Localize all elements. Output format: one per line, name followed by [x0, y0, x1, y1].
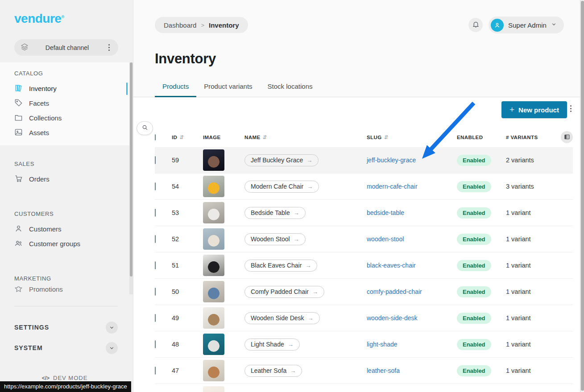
chevron-right-icon: >: [201, 22, 204, 29]
sidebar-item-collections[interactable]: Collections: [0, 111, 129, 125]
chevron-down-icon[interactable]: [106, 342, 118, 354]
product-image[interactable]: [203, 202, 224, 223]
column-header-name[interactable]: NAME⇵: [244, 134, 367, 140]
row-checkbox[interactable]: [155, 288, 156, 296]
page-scrollbar-thumb[interactable]: [581, 1, 584, 391]
row-checkbox[interactable]: [155, 367, 156, 375]
tab-products[interactable]: Products: [155, 83, 196, 97]
plus-icon: +: [509, 105, 514, 115]
cell-id: 52: [172, 235, 203, 243]
product-slug-link[interactable]: leather-sofa: [367, 367, 400, 374]
product-slug-link[interactable]: jeff-buckley-grace: [367, 157, 416, 164]
product-slug-link[interactable]: light-shade: [367, 341, 398, 348]
tab-stock-locations[interactable]: Stock locations: [260, 83, 320, 97]
row-checkbox[interactable]: [155, 314, 156, 322]
product-image[interactable]: [203, 334, 224, 355]
product-image[interactable]: [203, 360, 224, 381]
search-button[interactable]: [137, 121, 153, 135]
sidebar-group-system[interactable]: SYSTEM: [14, 342, 118, 354]
dev-mode-link[interactable]: </> DEV MODE: [0, 375, 129, 381]
nav-section-catalog: CATALOG Inventory Facets Collections Ass…: [0, 62, 129, 145]
product-name-button[interactable]: Leather Sofa→: [244, 365, 302, 377]
select-all-checkbox[interactable]: [155, 134, 156, 140]
sidebar-group-settings[interactable]: SETTINGS: [14, 321, 118, 334]
cell-id: 49: [172, 314, 203, 322]
product-slug-link[interactable]: bedside-table: [367, 209, 404, 216]
cell-variants: 1 variant: [506, 367, 573, 374]
breadcrumb-inventory[interactable]: Inventory: [209, 21, 239, 29]
notifications-button[interactable]: [468, 18, 483, 32]
sidebar-item-promotions[interactable]: Promotions: [0, 286, 129, 292]
column-header-id[interactable]: ID⇵: [172, 134, 203, 140]
product-slug-link[interactable]: black-eaves-chair: [367, 262, 416, 269]
row-checkbox[interactable]: [155, 340, 156, 348]
table-menu-kebab-icon[interactable]: [567, 105, 574, 112]
product-slug-link[interactable]: wooden-side-desk: [367, 314, 418, 322]
row-checkbox[interactable]: [155, 261, 156, 269]
table-header-row: ID⇵ IMAGE NAME⇵ SLUG⇵ ENABLED # VARIANTS: [155, 127, 573, 147]
cell-id: 50: [172, 288, 203, 295]
product-image[interactable]: [203, 149, 224, 171]
breadcrumb: Dashboard > Inventory: [155, 17, 248, 33]
column-header-slug[interactable]: SLUG⇵: [367, 134, 457, 140]
product-name-button[interactable]: Light Shade→: [244, 338, 300, 351]
product-slug-link[interactable]: wooden-stool: [367, 235, 404, 243]
row-checkbox[interactable]: [155, 182, 156, 190]
bell-icon: [472, 21, 480, 30]
sidebar-item-customers[interactable]: Customers: [0, 222, 129, 236]
chevron-down-icon[interactable]: [106, 322, 118, 334]
nav-section-marketing: MARKETING Promotions: [0, 275, 129, 292]
section-title: CUSTOMERS: [0, 210, 129, 217]
product-name-button[interactable]: Wooden Stool→: [244, 233, 306, 245]
row-checkbox[interactable]: [155, 156, 156, 164]
product-name-button[interactable]: Wooden Side Desk→: [244, 312, 320, 324]
search-icon: [141, 124, 149, 133]
product-image[interactable]: [203, 255, 224, 276]
sidebar-item-customer-groups[interactable]: Customer groups: [0, 236, 129, 251]
product-slug-link[interactable]: modern-cafe-chair: [367, 183, 418, 190]
cell-id: 54: [172, 183, 203, 190]
product-image[interactable]: [203, 386, 224, 392]
channel-selector[interactable]: Default channel: [14, 39, 118, 56]
channel-menu-kebab-icon[interactable]: [106, 44, 112, 51]
product-name-button[interactable]: Jeff Buckley Grace→: [244, 154, 319, 166]
product-slug-link[interactable]: comfy-padded-chair: [367, 288, 422, 295]
product-image[interactable]: [203, 281, 224, 302]
breadcrumb-dashboard[interactable]: Dashboard: [164, 21, 196, 29]
product-image[interactable]: [203, 307, 224, 329]
status-badge: Enabled: [457, 339, 491, 350]
product-name-button[interactable]: Bedside Table→: [244, 207, 306, 219]
sidebar-scrollbar-thumb[interactable]: [130, 62, 133, 276]
product-image[interactable]: [203, 176, 224, 197]
product-image[interactable]: [203, 228, 224, 250]
table-row: 54 Modern Cafe Chair→ modern-cafe-chair …: [155, 173, 573, 200]
sidebar-item-assets[interactable]: Assets: [0, 125, 129, 140]
sidebar-scrollbar[interactable]: [129, 62, 133, 294]
arrow-right-icon: →: [308, 315, 314, 322]
sort-icon[interactable]: ⇵: [179, 134, 184, 140]
sort-icon[interactable]: ⇵: [384, 134, 389, 140]
product-name-button[interactable]: Modern Cafe Chair→: [244, 181, 319, 193]
vendure-logo[interactable]: vendure®: [14, 12, 64, 26]
image-icon: [14, 128, 23, 138]
sidebar-item-facets[interactable]: Facets: [0, 96, 129, 111]
new-product-button[interactable]: + New product: [501, 101, 567, 118]
sidebar-item-orders[interactable]: Orders: [0, 172, 129, 186]
table-toolbar: + New product: [133, 97, 584, 127]
sort-icon[interactable]: ⇵: [262, 134, 267, 140]
row-checkbox[interactable]: [155, 209, 156, 217]
column-settings-button[interactable]: [561, 131, 573, 143]
sidebar-item-inventory[interactable]: Inventory: [0, 81, 129, 96]
arrow-right-icon: →: [307, 183, 313, 190]
tab-product-variants[interactable]: Product variants: [196, 83, 260, 97]
page-scrollbar[interactable]: [580, 0, 584, 392]
user-menu[interactable]: Super Admin: [489, 17, 564, 33]
status-badge: Enabled: [457, 155, 491, 166]
user-name: Super Admin: [508, 21, 547, 29]
arrow-right-icon: →: [290, 367, 296, 374]
product-name-button[interactable]: Black Eaves Chair→: [244, 260, 317, 272]
tab-bar: Products Product variants Stock location…: [155, 83, 320, 97]
row-checkbox[interactable]: [155, 235, 156, 243]
cell-id: 51: [172, 262, 203, 269]
product-name-button[interactable]: Comfy Padded Chair→: [244, 286, 324, 298]
